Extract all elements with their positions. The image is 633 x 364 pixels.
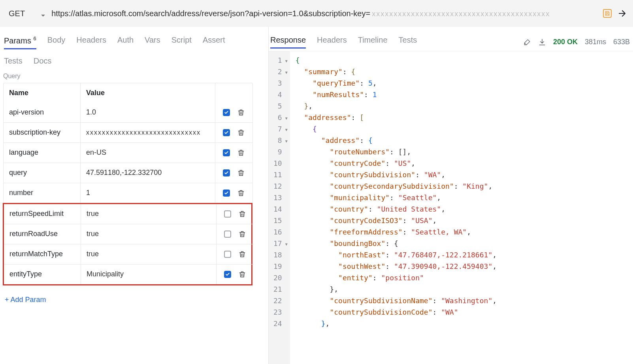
gutter-line: 18 xyxy=(273,249,288,261)
tab-timeline[interactable]: Timeline xyxy=(358,36,388,49)
gutter-line: 11 xyxy=(273,169,288,180)
code-line: "countryCodeISO3": "USA", xyxy=(296,215,497,226)
tab-params[interactable]: Params 6 xyxy=(4,36,36,49)
delete-param-icon[interactable] xyxy=(237,169,245,177)
param-row: returnSpeedLimittrue xyxy=(4,204,254,224)
param-controls xyxy=(215,123,252,143)
delete-param-icon[interactable] xyxy=(238,270,246,279)
param-row: returnMatchTypetrue xyxy=(4,244,254,264)
param-enabled-checkbox[interactable] xyxy=(223,169,230,176)
response-body-viewer[interactable]: 1▼2▼3 4 5 6▼7▼8▼9 10 11 12 13 14 15 16 1… xyxy=(269,51,633,364)
code-line: "entity": "position" xyxy=(296,272,497,283)
response-meta: 200 OK 381ms 633B xyxy=(523,36,630,49)
tab-script[interactable]: Script xyxy=(171,36,192,49)
param-controls xyxy=(217,265,254,284)
gutter-line: 15 xyxy=(273,215,288,226)
param-enabled-checkbox[interactable] xyxy=(224,251,231,258)
param-value[interactable]: Municipality xyxy=(81,265,217,284)
param-row: query47.591180,-122.332700 xyxy=(4,163,252,183)
delete-param-icon[interactable] xyxy=(238,210,246,218)
url-bar: GET https://atlas.microsoft.com/search/a… xyxy=(0,0,633,27)
url-masked-suffix: xxxxxxxxxxxxxxxxxxxxxxxxxxxxxxxxxxxxxxxx… xyxy=(370,10,550,18)
url-input[interactable]: https://atlas.microsoft.com/search/addre… xyxy=(51,9,597,18)
code-line: }, xyxy=(296,100,497,112)
tab-body[interactable]: Body xyxy=(47,36,66,49)
response-tabs: ResponseHeadersTimelineTests 200 OK 381m… xyxy=(269,27,633,49)
add-param-button[interactable]: + Add Param xyxy=(3,285,268,314)
tab-headers[interactable]: Headers xyxy=(317,36,347,49)
param-value[interactable]: 1.0 xyxy=(81,103,215,122)
gutter-line: 19 xyxy=(273,261,288,272)
param-name[interactable]: subscription-key xyxy=(4,123,81,143)
download-response-icon[interactable] xyxy=(538,38,546,46)
code-line: "queryTime": 5, xyxy=(296,77,497,89)
param-value[interactable]: en-US xyxy=(81,143,215,163)
delete-param-icon[interactable] xyxy=(237,108,245,117)
http-method-dropdown[interactable]: GET xyxy=(6,9,46,18)
send-button[interactable] xyxy=(617,8,627,19)
param-value[interactable]: true xyxy=(81,204,217,224)
param-enabled-checkbox[interactable] xyxy=(223,149,230,156)
save-icon[interactable] xyxy=(603,9,612,18)
http-method-label: GET xyxy=(9,9,25,18)
gutter-line: 14 xyxy=(273,203,288,215)
tab-tests[interactable]: Tests xyxy=(4,56,23,66)
param-name[interactable]: number xyxy=(4,183,81,203)
param-enabled-checkbox[interactable] xyxy=(224,231,231,238)
tab-assert[interactable]: Assert xyxy=(203,36,225,49)
gutter-line: 5 xyxy=(273,100,288,112)
param-value[interactable]: 1 xyxy=(81,183,215,203)
tab-docs[interactable]: Docs xyxy=(34,56,52,66)
delete-param-icon[interactable] xyxy=(237,148,245,157)
code-line: "numResults": 1 xyxy=(296,89,497,100)
param-enabled-checkbox[interactable] xyxy=(224,210,231,218)
param-name[interactable]: returnMatchType xyxy=(4,244,81,264)
code-line: "summary": { xyxy=(296,66,497,77)
param-row: api-version1.0 xyxy=(4,103,252,122)
params-table: Name Value api-version1.0subscription-ke… xyxy=(3,83,253,203)
param-name[interactable]: language xyxy=(4,143,81,163)
tab-auth[interactable]: Auth xyxy=(117,36,134,49)
delete-param-icon[interactable] xyxy=(237,128,245,137)
tab-tests[interactable]: Tests xyxy=(399,36,417,49)
delete-param-icon[interactable] xyxy=(237,189,245,197)
param-name[interactable]: returnRoadUse xyxy=(4,224,81,244)
code-line: { xyxy=(296,54,497,66)
tab-response[interactable]: Response xyxy=(270,36,306,49)
param-name[interactable]: api-version xyxy=(4,103,81,122)
tab-headers[interactable]: Headers xyxy=(76,36,106,49)
param-name[interactable]: returnSpeedLimit xyxy=(4,204,81,224)
tab-vars[interactable]: Vars xyxy=(145,36,160,49)
line-number-gutter: 1▼2▼3 4 5 6▼7▼8▼9 10 11 12 13 14 15 16 1… xyxy=(269,51,290,364)
response-size: 633B xyxy=(613,38,630,46)
delete-param-icon[interactable] xyxy=(238,230,246,238)
param-row: returnRoadUsetrue xyxy=(4,224,254,244)
param-name[interactable]: entityType xyxy=(4,265,81,284)
delete-param-icon[interactable] xyxy=(238,250,246,259)
param-controls xyxy=(215,183,252,203)
clear-response-icon[interactable] xyxy=(523,38,531,46)
param-value[interactable]: true xyxy=(81,244,217,264)
code-line: "address": { xyxy=(296,135,497,146)
code-line: "addresses": [ xyxy=(296,112,497,123)
code-line: }, xyxy=(296,318,497,329)
param-value[interactable]: 47.591180,-122.332700 xyxy=(81,163,215,183)
param-enabled-checkbox[interactable] xyxy=(223,109,230,116)
param-enabled-checkbox[interactable] xyxy=(223,190,230,197)
gutter-line: 22 xyxy=(273,295,288,306)
param-enabled-checkbox[interactable] xyxy=(223,129,230,136)
params-header-row: Name Value xyxy=(4,83,252,103)
param-enabled-checkbox[interactable] xyxy=(224,271,231,278)
code-line: "countrySubdivisionName": "Washington", xyxy=(296,295,497,306)
gutter-line: 6▼ xyxy=(273,112,288,123)
gutter-line: 3 xyxy=(273,77,288,89)
response-status: 200 OK xyxy=(553,38,578,46)
param-controls xyxy=(215,143,252,163)
param-value[interactable]: true xyxy=(81,224,217,244)
gutter-line: 9 xyxy=(273,146,288,158)
highlighted-params-group: returnSpeedLimittruereturnRoadUsetrueret… xyxy=(3,203,252,285)
json-code-body: { "summary": { "queryTime": 5, "numResul… xyxy=(290,51,500,364)
param-value[interactable]: xxxxxxxxxxxxxxxxxxxxxxxxxxxxx xyxy=(81,123,215,143)
tab-badge: 6 xyxy=(32,36,36,41)
param-name[interactable]: query xyxy=(4,163,81,183)
